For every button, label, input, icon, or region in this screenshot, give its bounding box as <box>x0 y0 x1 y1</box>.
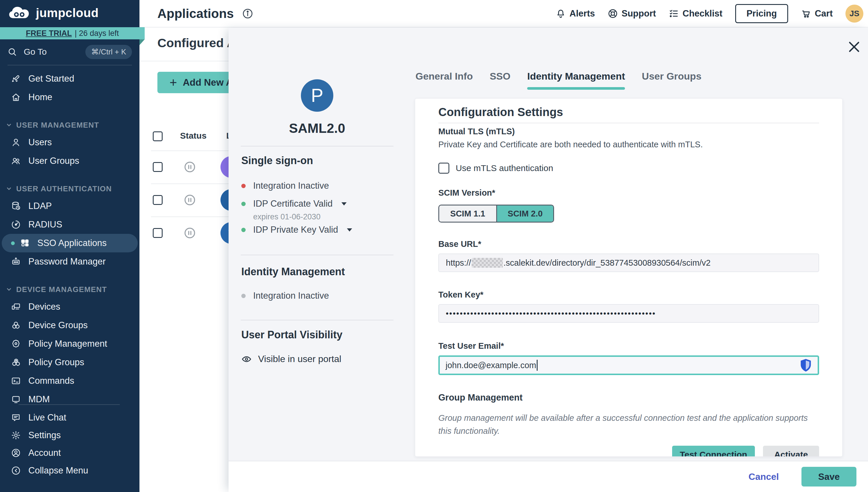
active-indicator-dot <box>11 241 15 245</box>
sidebar-section-user-authentication[interactable]: USER AUTHENTICATION <box>0 180 139 197</box>
sidebar-item-policy-management[interactable]: Policy Management <box>0 335 139 353</box>
free-trial-label[interactable]: FREE TRIAL <box>26 29 72 38</box>
sidebar-item-account[interactable]: Account <box>0 444 139 462</box>
free-trial-banner[interactable]: FREE TRIAL | 26 days left <box>0 27 145 39</box>
chevron-down-icon <box>6 286 12 293</box>
pricing-button[interactable]: Pricing <box>735 4 788 23</box>
group-management-note: Group management will be available after… <box>438 412 817 438</box>
sidebar-item-policy-groups[interactable]: Policy Groups <box>0 353 139 372</box>
paused-status-icon[interactable] <box>183 227 196 239</box>
sso-grid-icon <box>20 238 30 248</box>
device-groups-icon <box>11 320 21 330</box>
sso-status-item[interactable]: IDP Certificate Valid <box>241 199 347 209</box>
sidebar-item-users[interactable]: Users <box>0 133 139 152</box>
sidebar-item-commands[interactable]: Commands <box>0 372 139 390</box>
top-header: Applications Alerts Support Checklist Pr… <box>139 0 868 27</box>
user-avatar[interactable]: JS <box>845 5 863 23</box>
tab-sso[interactable]: SSO <box>489 71 510 89</box>
sidebar-item-live-chat[interactable]: Live Chat <box>0 409 139 426</box>
mtls-checkbox[interactable] <box>438 163 449 174</box>
base-url-prefix: https:// <box>446 258 471 268</box>
policy-management-icon <box>11 339 21 349</box>
cart-button[interactable]: Cart <box>801 8 833 19</box>
sidebar-item-password-manager[interactable]: Password Manager <box>0 252 139 271</box>
sidebar-footer-divider <box>19 404 120 405</box>
save-button[interactable]: Save <box>801 467 857 487</box>
sidebar-item-label: Settings <box>28 430 61 441</box>
ldap-database-icon <box>11 201 21 211</box>
checklist-icon <box>669 8 679 19</box>
ribbon-fold <box>139 39 145 45</box>
chevron-down-icon <box>6 186 12 192</box>
row-checkbox[interactable] <box>153 228 162 238</box>
test-user-email-label: Test User Email* <box>438 341 819 351</box>
goto-label: Go To <box>24 47 47 57</box>
row-checkbox[interactable] <box>153 162 162 172</box>
certificate-expiry: expires 01-06-2030 <box>253 213 321 221</box>
row-checkbox[interactable] <box>153 195 162 205</box>
info-icon[interactable] <box>242 8 253 19</box>
mtls-checkbox-label: Use mTLS authentication <box>456 163 553 173</box>
app-logo-avatar: P <box>301 79 333 112</box>
checklist-button[interactable]: Checklist <box>669 8 722 19</box>
tab-identity-management[interactable]: Identity Management <box>527 71 625 89</box>
caret-down-icon[interactable] <box>341 202 347 205</box>
password-manager-shield-icon[interactable] <box>800 358 812 372</box>
tab-general-info[interactable]: General Info <box>415 71 473 89</box>
scim-1-1-option[interactable]: SCIM 1.1 <box>439 205 496 222</box>
paused-status-icon[interactable] <box>183 161 196 173</box>
sidebar-item-settings[interactable]: Settings <box>0 426 139 444</box>
configuration-settings-title: Configuration Settings <box>438 106 819 119</box>
goto-shortcut-badge: ⌘/Ctrl + K <box>85 45 132 59</box>
portal-section-title: User Portal Visibility <box>241 329 342 341</box>
sso-status-item[interactable]: IDP Private Key Valid <box>241 225 352 235</box>
chevron-down-icon <box>6 122 12 128</box>
scim-2-0-option[interactable]: SCIM 2.0 <box>496 205 553 222</box>
cancel-button[interactable]: Cancel <box>748 471 779 482</box>
card-actions: Test Connection Activate <box>438 446 819 457</box>
test-user-email-input[interactable]: john.doe@example.com <box>438 355 819 375</box>
panel-divider <box>241 146 393 146</box>
sidebar-item-collapse-menu[interactable]: Collapse Menu <box>0 462 139 479</box>
policy-groups-icon <box>11 358 21 367</box>
paused-status-icon[interactable] <box>183 194 196 206</box>
status-dot <box>241 184 246 188</box>
close-icon[interactable] <box>847 39 862 54</box>
sidebar-item-device-groups[interactable]: Device Groups <box>0 316 139 335</box>
activate-button[interactable]: Activate <box>763 446 819 457</box>
token-key-input[interactable]: ••••••••••••••••••••••••••••••••••••••••… <box>438 304 819 323</box>
support-label: Support <box>621 8 656 19</box>
sidebar-section-device-management[interactable]: DEVICE MANAGEMENT <box>0 281 139 297</box>
sidebar-item-ldap[interactable]: LDAP <box>0 197 139 215</box>
section-header-label: USER AUTHENTICATION <box>16 184 112 193</box>
sidebar-item-get-started[interactable]: Get Started <box>0 70 139 88</box>
sidebar-item-radius[interactable]: RADIUS <box>0 215 139 234</box>
sidebar-section-user-management[interactable]: USER MANAGEMENT <box>0 117 139 133</box>
app-name: SAML2.0 <box>241 120 393 136</box>
portal-visibility-row: Visible in user portal <box>241 354 341 364</box>
alerts-button[interactable]: Alerts <box>556 8 595 19</box>
tab-user-groups[interactable]: User Groups <box>642 71 701 89</box>
drawer-footer: Cancel Save <box>229 461 868 492</box>
idm-section-title: Identity Management <box>241 266 345 278</box>
sidebar-item-sso-applications[interactable]: SSO Applications <box>2 234 138 252</box>
select-all-checkbox[interactable] <box>153 131 162 141</box>
sidebar-item-mdm[interactable]: MDM <box>0 390 139 404</box>
redacted-subdomain <box>471 258 503 268</box>
sidebar-item-home[interactable]: Home <box>0 88 139 106</box>
goto-search[interactable]: Go To ⌘/Ctrl + K <box>0 44 139 59</box>
sidebar-item-devices[interactable]: Devices <box>0 297 139 316</box>
trial-days-left: | 26 days left <box>75 29 119 38</box>
user-group-icon <box>11 156 21 166</box>
column-header-status[interactable]: Status <box>174 131 212 141</box>
sidebar-item-label: User Groups <box>28 156 79 166</box>
sidebar-nav: Get Started Home USER MANAGEMENT Users U… <box>0 70 139 404</box>
support-button[interactable]: Support <box>608 8 656 19</box>
sidebar-item-user-groups[interactable]: User Groups <box>0 152 139 170</box>
base-url-input[interactable]: https://.scalekit.dev/directory/dir_5387… <box>438 253 819 272</box>
jumpcloud-logo[interactable]: jumpcloud <box>0 0 139 20</box>
caret-down-icon[interactable] <box>347 228 352 231</box>
test-connection-button[interactable]: Test Connection <box>672 446 755 457</box>
group-management-heading: Group Management <box>438 392 819 403</box>
sidebar-item-label: Account <box>28 448 61 458</box>
